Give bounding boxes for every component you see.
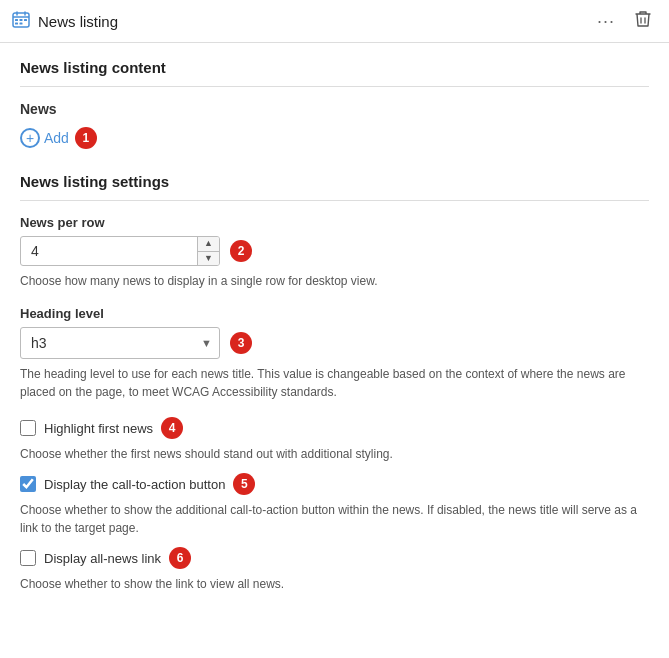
news-per-row-input-wrap: ▲ ▼ (20, 236, 220, 266)
content-section: News listing content News + Add 1 (20, 59, 649, 149)
title-bar: News listing ··· (0, 0, 669, 43)
display-cta-badge: 5 (233, 473, 255, 495)
settings-divider (20, 200, 649, 201)
heading-level-select-wrap: h1 h2 h3 h4 h5 h6 ▼ (20, 327, 220, 359)
svg-rect-4 (15, 19, 18, 21)
add-circle-icon: + (20, 128, 40, 148)
spinner-buttons: ▲ ▼ (197, 237, 219, 265)
display-cta-row: Display the call-to-action button 5 (20, 473, 649, 495)
svg-rect-7 (15, 22, 18, 24)
heading-level-label: Heading level (20, 306, 649, 321)
main-content: News listing content News + Add 1 News l… (0, 43, 669, 609)
add-button[interactable]: + Add (20, 128, 69, 148)
news-sublabel: News (20, 101, 649, 117)
display-all-news-help: Choose whether to show the link to view … (20, 575, 649, 593)
highlight-first-badge: 4 (161, 417, 183, 439)
spinner-up[interactable]: ▲ (197, 237, 219, 252)
heading-level-badge: 3 (230, 332, 252, 354)
add-row: + Add 1 (20, 127, 649, 149)
settings-heading: News listing settings (20, 173, 649, 190)
highlight-first-checkbox[interactable] (20, 420, 36, 436)
display-cta-group: Display the call-to-action button 5 Choo… (20, 473, 649, 537)
content-divider (20, 86, 649, 87)
svg-rect-6 (24, 19, 27, 21)
add-badge: 1 (75, 127, 97, 149)
delete-button[interactable] (629, 8, 657, 34)
spinner-down[interactable]: ▼ (197, 252, 219, 266)
settings-section: News listing settings News per row ▲ ▼ 2… (20, 173, 649, 593)
display-all-news-group: Display all-news link 6 Choose whether t… (20, 547, 649, 593)
calendar-icon (12, 11, 30, 32)
display-all-news-badge: 6 (169, 547, 191, 569)
display-all-news-checkbox[interactable] (20, 550, 36, 566)
highlight-first-checkbox-wrap (20, 420, 36, 436)
news-per-row-badge: 2 (230, 240, 252, 262)
ellipsis-button[interactable]: ··· (591, 9, 621, 34)
news-per-row-help: Choose how many news to display in a sin… (20, 272, 649, 290)
highlight-first-label: Highlight first news (44, 421, 153, 436)
display-all-news-checkbox-wrap (20, 550, 36, 566)
heading-level-row: h1 h2 h3 h4 h5 h6 ▼ 3 (20, 327, 649, 359)
news-per-row-row: ▲ ▼ 2 (20, 236, 649, 266)
news-per-row-input[interactable] (20, 236, 220, 266)
heading-level-help: The heading level to use for each news t… (20, 365, 649, 401)
content-section-heading: News listing content (20, 59, 649, 76)
news-per-row-label: News per row (20, 215, 649, 230)
page-title: News listing (38, 13, 591, 30)
add-label: Add (44, 130, 69, 146)
title-bar-actions: ··· (591, 8, 657, 34)
svg-rect-5 (20, 19, 23, 21)
display-all-news-label: Display all-news link (44, 551, 161, 566)
display-cta-checkbox[interactable] (20, 476, 36, 492)
display-cta-checkbox-wrap (20, 476, 36, 492)
news-per-row-group: News per row ▲ ▼ 2 Choose how many news … (20, 215, 649, 290)
highlight-first-help: Choose whether the first news should sta… (20, 445, 649, 463)
heading-level-select[interactable]: h1 h2 h3 h4 h5 h6 (20, 327, 220, 359)
display-all-news-row: Display all-news link 6 (20, 547, 649, 569)
highlight-first-row: Highlight first news 4 (20, 417, 649, 439)
highlight-first-group: Highlight first news 4 Choose whether th… (20, 417, 649, 463)
heading-level-group: Heading level h1 h2 h3 h4 h5 h6 ▼ 3 The … (20, 306, 649, 401)
display-cta-help: Choose whether to show the additional ca… (20, 501, 649, 537)
svg-rect-8 (20, 22, 23, 24)
display-cta-label: Display the call-to-action button (44, 477, 225, 492)
